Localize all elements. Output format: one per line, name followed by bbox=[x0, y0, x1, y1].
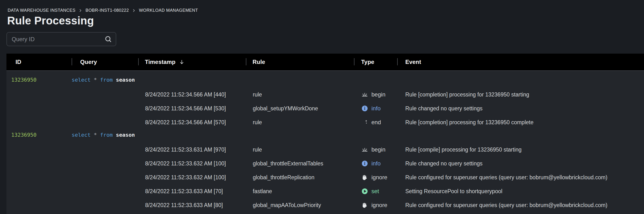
event-type: ignore bbox=[354, 201, 397, 209]
event-text: Rule [completion] processing for 1323695… bbox=[405, 119, 534, 126]
rule-processing-page: DATA WAREHOUSE INSTANCESBOBR-INST1-08022… bbox=[0, 0, 644, 214]
event-text: Rule configured for superuser queries (q… bbox=[405, 174, 608, 180]
event-type: set bbox=[354, 188, 397, 195]
event-rule: global_throttleReplication bbox=[246, 174, 354, 181]
column-header-query[interactable]: Query bbox=[72, 54, 138, 70]
query-group: 13236950 select * from season 8/24/2022 … bbox=[6, 71, 644, 129]
search-input[interactable] bbox=[7, 36, 102, 43]
event-text: Rule changed no query settings bbox=[405, 105, 483, 112]
timestamp-text: 8/24/2022 11:52:33.631 AM [970] bbox=[145, 147, 226, 153]
rule-text: global_mapAAToLowPriority bbox=[253, 202, 321, 208]
type-label: info bbox=[372, 105, 381, 112]
event-row: 8/24/2022 11:52:34.566 AM [440] rule beg… bbox=[6, 88, 644, 101]
rule-processing-table: ID Query Timestamp Rule Type Event 13236… bbox=[6, 54, 644, 214]
sql-token: season bbox=[113, 132, 135, 138]
breadcrumb-item[interactable]: WORKLOAD MANAGEMENT bbox=[139, 8, 198, 13]
query-id-link[interactable]: 13236950 bbox=[11, 77, 36, 83]
event-message: Rule configured for superuser queries (q… bbox=[397, 202, 644, 208]
query-group: 13236950 select * from season 8/24/2022 … bbox=[6, 129, 644, 212]
event-list: 8/24/2022 11:52:33.631 AM [970] rule beg… bbox=[6, 143, 644, 212]
moon-stars-icon bbox=[361, 119, 368, 126]
sql-token: from bbox=[97, 132, 113, 138]
event-timestamp: 8/24/2022 11:52:33.633 AM [70] bbox=[138, 188, 246, 195]
raised-hand-icon bbox=[361, 174, 368, 181]
event-message: Rule configured for superuser queries (q… bbox=[397, 174, 644, 181]
event-text: Rule [completion] processing for 1323695… bbox=[405, 91, 529, 98]
table-header: ID Query Timestamp Rule Type Event bbox=[6, 54, 644, 71]
event-rule: rule bbox=[246, 147, 354, 153]
info-circle-icon bbox=[361, 160, 368, 167]
event-row: 8/24/2022 11:52:33.632 AM [100] global_t… bbox=[6, 170, 644, 184]
rule-text: global_setupYMWorkDone bbox=[253, 105, 318, 112]
column-header-event[interactable]: Event bbox=[397, 54, 644, 70]
column-label: Type bbox=[361, 59, 374, 65]
event-timestamp: 8/24/2022 11:52:34.566 AM [570] bbox=[138, 119, 246, 126]
event-type: end bbox=[354, 119, 397, 126]
query-id-cell: 13236950 bbox=[6, 132, 72, 138]
sunrise-icon bbox=[361, 91, 368, 98]
page-title: Rule Processing bbox=[7, 14, 94, 27]
event-type: begin bbox=[354, 91, 397, 98]
event-message: Rule [completion] processing for 1323695… bbox=[397, 91, 644, 98]
sort-arrow-down-icon[interactable] bbox=[179, 59, 185, 65]
event-message: Rule [compile] processing for 13236950 s… bbox=[397, 147, 644, 153]
event-type: begin bbox=[354, 146, 397, 153]
play-circle-icon bbox=[361, 188, 368, 195]
column-header-type[interactable]: Type bbox=[354, 54, 397, 70]
query-row: 13236950 select * from season bbox=[6, 74, 644, 85]
type-label: ignore bbox=[372, 202, 388, 208]
type-label: ignore bbox=[372, 174, 388, 181]
column-label: Query bbox=[80, 59, 97, 65]
event-text: Setting ResourcePool to shortquerypool bbox=[405, 188, 502, 194]
event-type: info bbox=[354, 105, 397, 112]
search-icon[interactable] bbox=[104, 35, 112, 43]
info-circle-icon bbox=[361, 105, 368, 112]
rule-text: rule bbox=[253, 91, 262, 98]
breadcrumb-item[interactable]: DATA WAREHOUSE INSTANCES bbox=[8, 8, 76, 13]
timestamp-text: 8/24/2022 11:52:34.566 AM [530] bbox=[145, 105, 226, 112]
rule-text: global_throttleExternalTables bbox=[253, 160, 323, 167]
event-rule: global_throttleExternalTables bbox=[246, 160, 354, 167]
type-label: begin bbox=[372, 91, 386, 98]
event-message: Rule changed no query settings bbox=[397, 105, 644, 112]
event-message: Rule [completion] processing for 1323695… bbox=[397, 119, 644, 126]
timestamp-text: 8/24/2022 11:52:34.566 AM [440] bbox=[145, 91, 226, 98]
query-id-link[interactable]: 13236950 bbox=[11, 132, 36, 138]
sunrise-icon bbox=[361, 146, 368, 153]
event-text: Rule configured for superuser queries (q… bbox=[405, 202, 608, 208]
rule-text: rule bbox=[253, 119, 262, 126]
column-header-rule[interactable]: Rule bbox=[246, 54, 354, 70]
timestamp-text: 8/24/2022 11:52:33.632 AM [100] bbox=[145, 174, 226, 180]
query-row: 13236950 select * from season bbox=[6, 129, 644, 140]
timestamp-text: 8/24/2022 11:52:33.633 AM [80] bbox=[145, 202, 223, 208]
sql-text: select * from season bbox=[72, 132, 135, 138]
column-header-id[interactable]: ID bbox=[6, 54, 72, 70]
event-type: info bbox=[354, 160, 397, 167]
sql-token: season bbox=[113, 77, 135, 83]
event-rule: global_mapAAToLowPriority bbox=[246, 202, 354, 208]
event-type: ignore bbox=[354, 174, 397, 181]
column-label: ID bbox=[16, 59, 21, 65]
breadcrumb-item[interactable]: BOBR-INST1-080222 bbox=[86, 8, 129, 13]
timestamp-text: 8/24/2022 11:52:33.632 AM [100] bbox=[145, 160, 226, 167]
sql-text: select * from season bbox=[72, 77, 135, 83]
column-header-timestamp[interactable]: Timestamp bbox=[138, 54, 246, 70]
event-list: 8/24/2022 11:52:34.566 AM [440] rule beg… bbox=[6, 88, 644, 129]
type-label: set bbox=[372, 188, 379, 195]
rule-text: fastlane bbox=[253, 188, 272, 194]
sql-token: select bbox=[72, 132, 90, 138]
query-id-cell: 13236950 bbox=[6, 77, 72, 83]
event-timestamp: 8/24/2022 11:52:33.631 AM [970] bbox=[138, 147, 246, 153]
event-timestamp: 8/24/2022 11:52:33.632 AM [100] bbox=[138, 174, 246, 181]
timestamp-text: 8/24/2022 11:52:34.566 AM [570] bbox=[145, 119, 226, 126]
timestamp-text: 8/24/2022 11:52:33.633 AM [70] bbox=[145, 188, 223, 194]
sql-token: * bbox=[90, 77, 97, 83]
event-row: 8/24/2022 11:52:33.633 AM [70] fastlane … bbox=[6, 184, 644, 198]
raised-hand-icon bbox=[361, 201, 368, 209]
event-message: Rule changed no query settings bbox=[397, 160, 644, 167]
chevron-right-icon bbox=[132, 9, 136, 13]
query-sql-cell: select * from season bbox=[72, 77, 138, 83]
event-rule: fastlane bbox=[246, 188, 354, 195]
event-row: 8/24/2022 11:52:33.631 AM [970] rule beg… bbox=[6, 143, 644, 157]
event-row: 8/24/2022 11:52:34.566 AM [530] global_s… bbox=[6, 101, 644, 115]
